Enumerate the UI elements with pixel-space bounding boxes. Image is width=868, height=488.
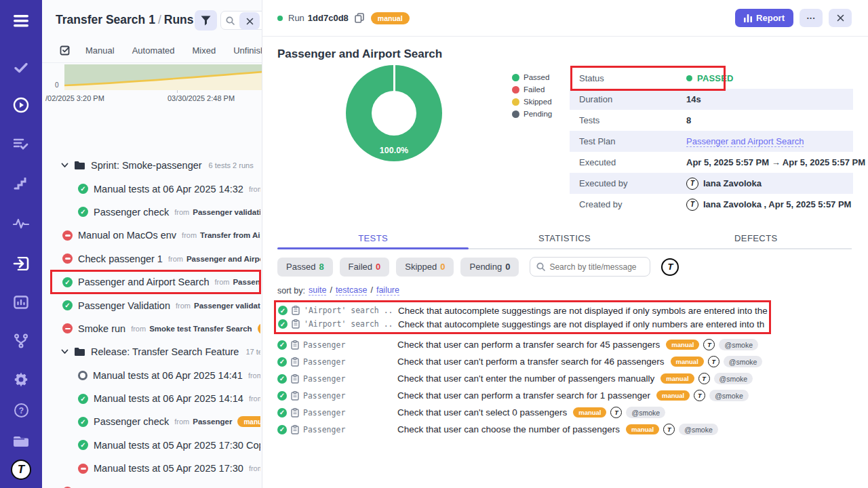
runs-tab[interactable]: Unfinished bbox=[233, 45, 262, 56]
milestones-steps-icon[interactable] bbox=[9, 172, 33, 195]
sort-label: sort by: bbox=[277, 286, 305, 296]
clipboard-icon bbox=[291, 357, 299, 367]
runs-play-icon[interactable] bbox=[9, 94, 33, 117]
x-axis-label: /02/2025 3:20 PM bbox=[45, 94, 104, 102]
pulse-activity-icon[interactable] bbox=[9, 212, 33, 235]
run-tree-item[interactable]: Manual tests at 06 Apr 2025 14:32 from P… bbox=[51, 177, 260, 200]
status-filter-button[interactable]: Passed 8 bbox=[277, 258, 333, 277]
run-tree-item[interactable]: Manual on MacOs env from Transfer from A… bbox=[51, 224, 260, 247]
details-row: Test Plan Passenger and Airport Search T bbox=[570, 131, 853, 152]
run-status-icon bbox=[78, 184, 88, 194]
from-plan-name: Passenger validation bbox=[193, 208, 260, 216]
run-tree-item[interactable]: Passenger check from Passenger validatio… bbox=[51, 201, 260, 224]
run-tree-item[interactable]: Manual tests at 06 Apr 2025 14:14 from P… bbox=[51, 387, 260, 410]
sort-link[interactable]: suite bbox=[309, 285, 326, 296]
legend-label: Passed bbox=[524, 73, 549, 81]
run-tree-item[interactable]: Manual tests at 06 Apr 2025 14:41 from T… bbox=[51, 364, 260, 387]
run-tree-item[interactable]: Check passenger 1 from Passenger and Air… bbox=[51, 247, 260, 270]
chevron-down-icon[interactable] bbox=[61, 163, 68, 168]
run-tree-item[interactable]: Release: Transfer Search Feature 17 test… bbox=[51, 340, 260, 363]
select-all-icon[interactable] bbox=[60, 45, 71, 56]
details-value: PASSED T bbox=[686, 73, 734, 83]
tests-search-input[interactable] bbox=[549, 262, 650, 272]
menu-icon[interactable] bbox=[9, 9, 33, 33]
smoke-tag: @smoke bbox=[724, 356, 763, 367]
settings-gear-icon[interactable] bbox=[9, 368, 33, 391]
run-tree-item[interactable]: Manual tests at 05 Apr 2025 17:30 Copy f… bbox=[51, 434, 260, 457]
test-row[interactable]: Passenger Check that user can't perform … bbox=[277, 353, 852, 370]
import-icon[interactable] bbox=[9, 252, 33, 275]
runs-tab[interactable]: Manual bbox=[85, 45, 115, 56]
sort-row: sort by: suitetestcasefailure bbox=[277, 285, 852, 296]
assignee-avatar: T bbox=[694, 390, 705, 401]
area-chart-svg bbox=[64, 64, 262, 90]
test-row[interactable]: Passenger Check that user can perform a … bbox=[277, 387, 852, 404]
run-id: 1dd7c0d8 bbox=[308, 13, 349, 23]
run-details-table: Status PASSED T Duration bbox=[570, 68, 853, 215]
sort-link[interactable]: testcase bbox=[336, 285, 368, 296]
run-tree-item[interactable]: Manual tests at 06 Mar 2025 11:40 from bbox=[51, 480, 260, 488]
documents-folder-icon[interactable] bbox=[9, 429, 33, 452]
chevron-down-icon[interactable] bbox=[61, 349, 68, 354]
tab[interactable]: DEFECTS bbox=[660, 229, 852, 248]
assignee-filter-avatar[interactable]: T bbox=[661, 258, 679, 276]
test-row[interactable]: 'Airport' search ... Check that autocomp… bbox=[278, 317, 769, 331]
test-row[interactable]: 'Airport' search ... Check that autocomp… bbox=[278, 304, 769, 317]
manual-badge: manual bbox=[237, 416, 260, 427]
test-passed-icon bbox=[277, 374, 287, 384]
sort-link[interactable]: failure bbox=[376, 285, 399, 296]
copy-icon[interactable] bbox=[355, 13, 364, 23]
tab[interactable]: STATISTICS bbox=[469, 229, 660, 248]
status-filter-button[interactable]: Pending 0 bbox=[460, 258, 519, 277]
search-clear-button[interactable] bbox=[239, 12, 260, 30]
status-filter-button[interactable]: Skipped 0 bbox=[396, 258, 454, 277]
tab[interactable]: TESTS bbox=[277, 229, 469, 248]
test-plans-icon[interactable] bbox=[9, 132, 33, 155]
clipboard-icon bbox=[292, 319, 300, 329]
test-row[interactable]: Passenger Check that user can't enter th… bbox=[277, 370, 852, 387]
test-row[interactable]: Passenger Check that user can choose the… bbox=[277, 421, 852, 438]
clipboard-icon bbox=[291, 391, 299, 401]
testomat-logo[interactable]: T bbox=[11, 460, 31, 480]
report-button[interactable]: Report bbox=[735, 9, 793, 27]
run-tree-item[interactable]: Passenger Validation from Passenger vali… bbox=[51, 293, 260, 317]
status-filter-button[interactable]: Failed 0 bbox=[340, 258, 390, 277]
close-run-button[interactable] bbox=[829, 9, 852, 27]
from-plan-name: Passenger validation bbox=[194, 302, 260, 310]
chart-x-axis: /02/2025 3:20 PM 03/30/2025 2:48 PM bbox=[64, 90, 262, 105]
more-button[interactable]: ··· bbox=[800, 9, 823, 27]
filter-count: 0 bbox=[376, 262, 380, 272]
user-name: Iana Zavoloka bbox=[703, 178, 762, 188]
filter-button[interactable] bbox=[195, 10, 217, 30]
breadcrumb-project[interactable]: Transfer Search 1 bbox=[56, 13, 155, 26]
from-label: from bbox=[174, 418, 189, 426]
run-status-icon bbox=[62, 253, 73, 264]
folder-icon bbox=[74, 347, 85, 357]
breadcrumb-page: Runs bbox=[164, 13, 194, 26]
runs-tab[interactable]: Automated bbox=[132, 45, 175, 56]
runs-trend-chart: 0 bbox=[64, 64, 262, 90]
test-row[interactable]: Passenger Check that user can perform a … bbox=[277, 336, 852, 353]
test-plan-link[interactable]: Passenger and Airport Search bbox=[686, 136, 804, 147]
run-title: Manual tests at 06 Apr 2025 14:32 bbox=[94, 184, 243, 195]
test-row[interactable]: Passenger Check that user can't select 0… bbox=[277, 404, 852, 421]
filter-label: Passed bbox=[286, 262, 315, 272]
legend-item: Passed bbox=[512, 73, 552, 81]
tests-check-icon[interactable] bbox=[9, 56, 33, 79]
annotation-box-tests: 'Airport' search ... Check that autocomp… bbox=[274, 300, 771, 334]
run-tree-item[interactable]: Smoke run from Smoke test Transfer Searc… bbox=[51, 317, 260, 340]
branch-icon[interactable] bbox=[9, 329, 33, 352]
smoke-tag: @smoke bbox=[714, 373, 753, 384]
details-row: Status PASSED T bbox=[570, 68, 853, 89]
runs-tab[interactable]: Mixed bbox=[193, 45, 216, 56]
run-tree-item[interactable]: Passenger check from Passenger manual 6 bbox=[51, 410, 260, 433]
manual-badge: manual bbox=[660, 373, 694, 384]
run-tree-item[interactable]: Sprint: Smoke-passenger 6 tests 2 runs bbox=[51, 154, 260, 177]
help-icon[interactable]: ? bbox=[9, 399, 33, 422]
manual-badge: manual bbox=[258, 323, 260, 334]
run-tree-item[interactable]: Passenger and Airport Search from Passen… bbox=[51, 270, 260, 293]
analytics-icon[interactable] bbox=[9, 291, 33, 314]
clipboard-icon bbox=[291, 425, 299, 434]
tests-search-box[interactable] bbox=[530, 257, 650, 277]
run-tree-item[interactable]: Manual tests at 05 Apr 2025 17:30 from T… bbox=[51, 457, 260, 480]
